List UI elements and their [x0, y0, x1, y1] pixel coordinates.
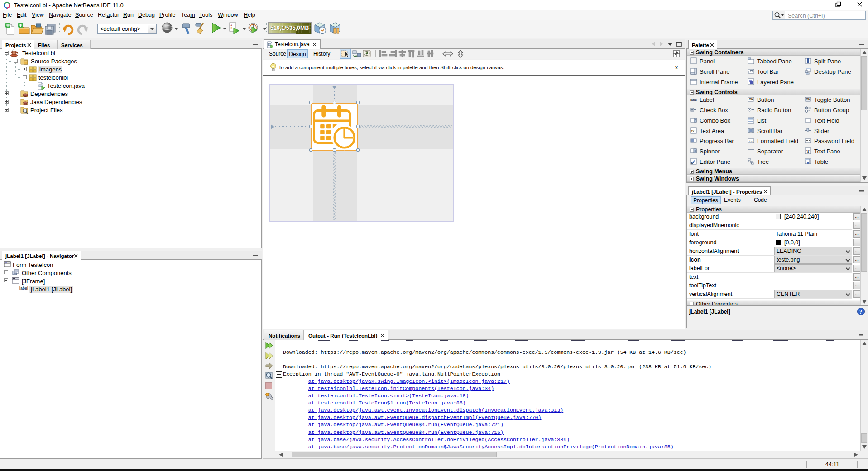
svg-text:label: label [690, 98, 697, 102]
svg-text:OK: OK [749, 98, 753, 101]
svg-text:ON: ON [806, 98, 810, 101]
svg-text:T: T [806, 148, 810, 154]
svg-text:/-/: /-/ [749, 140, 754, 143]
svg-text:?: ? [859, 309, 862, 315]
svg-text:tx: tx [691, 129, 694, 133]
svg-text:3: 3 [230, 26, 232, 29]
svg-text:1: 1 [230, 23, 232, 26]
